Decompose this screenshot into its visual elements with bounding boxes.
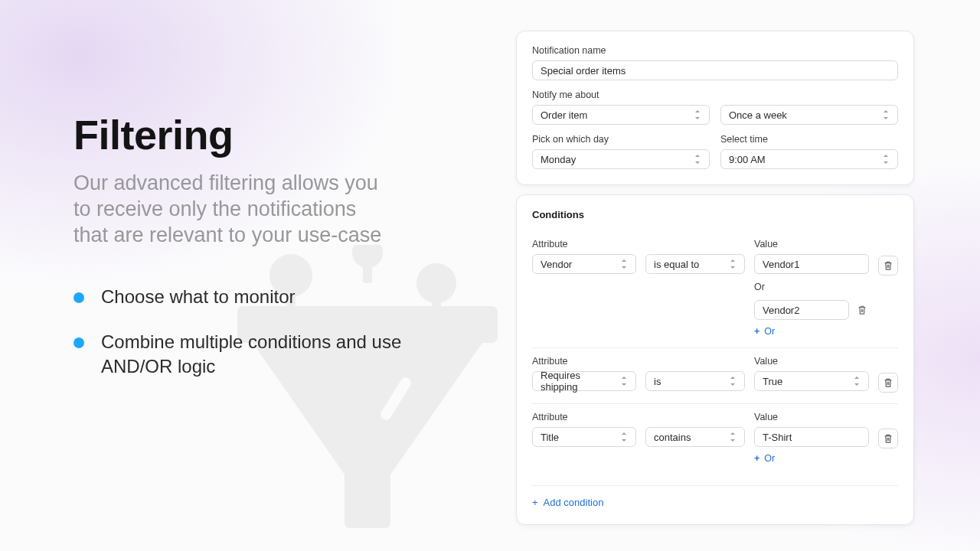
bullet-item: Choose what to monitor xyxy=(74,285,403,308)
value-label: Value xyxy=(754,412,869,422)
frequency-label xyxy=(720,90,898,100)
chevron-updown-icon xyxy=(729,259,737,269)
notification-name-input[interactable]: Special order items xyxy=(532,60,898,80)
conditions-heading: Conditions xyxy=(532,209,898,220)
chevron-updown-icon xyxy=(729,377,737,386)
attribute-label: Attribute xyxy=(532,356,636,367)
bullet-text: Choose what to monitor xyxy=(101,285,295,308)
plus-icon: + xyxy=(754,326,760,337)
about-label: Notify me about xyxy=(532,90,710,100)
bullet-text: Combine multiple conditions and use AND/… xyxy=(101,330,403,377)
page-title: Filtering xyxy=(74,111,472,158)
chevron-updown-icon xyxy=(694,155,701,164)
chevron-updown-icon xyxy=(694,110,701,119)
chevron-updown-icon xyxy=(620,259,628,269)
attribute-select[interactable]: Vendor xyxy=(532,254,636,274)
value-label: Value xyxy=(754,356,869,367)
attribute-select[interactable]: Title xyxy=(532,427,636,447)
operator-select[interactable]: contains xyxy=(645,427,745,447)
delete-condition-button[interactable] xyxy=(878,256,898,276)
add-condition-button[interactable]: + Add condition xyxy=(532,485,898,508)
chevron-updown-icon xyxy=(882,155,890,164)
value-select[interactable]: True xyxy=(754,371,869,391)
bullet-item: Combine multiple conditions and use AND/… xyxy=(74,330,403,377)
chevron-updown-icon xyxy=(882,110,890,119)
chevron-updown-icon xyxy=(620,432,628,442)
plus-icon: + xyxy=(532,497,538,508)
add-or-button[interactable]: + Or xyxy=(754,453,869,464)
trash-icon xyxy=(858,305,867,315)
chevron-updown-icon xyxy=(620,377,628,386)
bullet-dot-icon xyxy=(74,292,84,303)
attribute-label: Attribute xyxy=(532,412,636,422)
attribute-label: Attribute xyxy=(532,239,636,249)
chevron-updown-icon xyxy=(853,377,861,386)
condition-row: Attribute Vendor is equal to Value xyxy=(532,231,898,347)
bullet-dot-icon xyxy=(74,337,84,348)
chevron-updown-icon xyxy=(729,432,737,442)
trash-icon xyxy=(884,433,893,444)
trash-icon xyxy=(884,377,893,388)
svg-rect-2 xyxy=(345,467,390,528)
time-label: Select time xyxy=(720,134,898,145)
trash-icon xyxy=(884,260,893,271)
delete-condition-button[interactable] xyxy=(878,429,898,448)
value-label: Value xyxy=(754,239,869,249)
operator-select[interactable]: is equal to xyxy=(645,254,745,274)
time-select[interactable]: 9:00 AM xyxy=(720,149,898,169)
value-input[interactable]: T-Shirt xyxy=(754,427,869,447)
attribute-select[interactable]: Requires shipping xyxy=(532,371,636,391)
frequency-select[interactable]: Once a week xyxy=(720,105,898,125)
add-or-button[interactable]: + Or xyxy=(754,326,869,337)
delete-condition-button[interactable] xyxy=(878,373,898,393)
condition-row: Attribute Requires shipping is Value xyxy=(532,347,898,403)
condition-row: Attribute Title contains Value xyxy=(532,403,898,474)
conditions-card: Conditions Attribute Vendor is equal to xyxy=(516,194,914,525)
value-input[interactable]: Vendor1 xyxy=(754,254,869,274)
notify-about-select[interactable]: Order item xyxy=(532,105,710,125)
day-select[interactable]: Monday xyxy=(532,149,710,169)
or-separator: Or xyxy=(754,282,869,292)
day-label: Pick on which day xyxy=(532,134,710,145)
plus-icon: + xyxy=(754,453,760,464)
operator-select[interactable]: is xyxy=(645,371,745,391)
value-input[interactable]: Vendor2 xyxy=(754,300,849,320)
notification-settings-card: Notification name Special order items No… xyxy=(516,31,914,185)
delete-value-button[interactable] xyxy=(855,303,869,317)
name-label: Notification name xyxy=(532,45,898,56)
page-subtitle: Our advanced filtering allows you to rec… xyxy=(74,171,395,248)
